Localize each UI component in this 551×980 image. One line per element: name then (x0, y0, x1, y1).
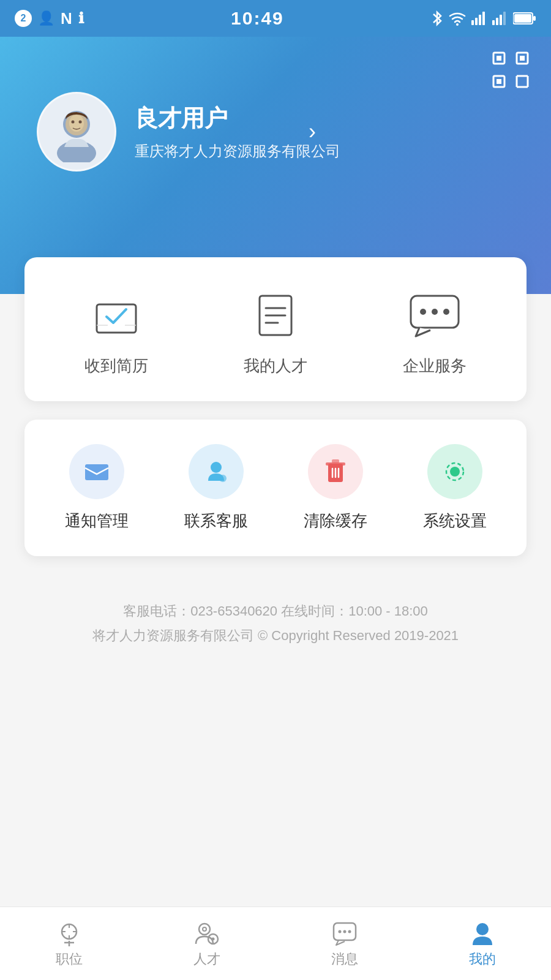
bottom-nav: 职位 人才 消息 (0, 907, 551, 980)
svg-point-58 (203, 927, 206, 931)
svg-point-27 (79, 121, 82, 124)
quick-item-clear[interactable]: 清除缓存 (276, 444, 395, 532)
service-label-enterprise: 企业服务 (403, 355, 467, 377)
main-content: 收到简历 我的人才 (0, 257, 551, 745)
svg-rect-16 (520, 56, 525, 61)
profile-arrow[interactable]: › (309, 119, 316, 145)
settings-circle (427, 444, 482, 499)
svg-point-38 (443, 309, 449, 315)
nav-label-jobs: 职位 (56, 950, 83, 968)
svg-point-40 (211, 462, 222, 473)
svg-point-36 (420, 309, 426, 315)
profile-section[interactable]: 良才用户 重庆将才人力资源服务有限公司 › (37, 92, 340, 172)
footer-line2: 将才人力资源服务有限公司 © Copyright Reserved 2019-2… (37, 624, 514, 648)
svg-rect-7 (500, 15, 502, 25)
nav-item-talent[interactable]: 人才 (138, 913, 276, 974)
status-icon-n: N (61, 9, 72, 28)
bluetooth-icon (431, 10, 443, 27)
talent-icon (245, 288, 306, 343)
nav-item-mine[interactable]: 我的 (413, 913, 551, 974)
status-time: 10:49 (231, 8, 284, 29)
svg-point-26 (72, 121, 75, 124)
svg-rect-39 (85, 464, 108, 480)
footer-line1: 客服电话：023-65340620 在线时间：10:00 - 18:00 (37, 599, 514, 624)
svg-point-48 (450, 467, 460, 477)
quick-card: 通知管理 联系客服 (24, 420, 527, 556)
svg-point-63 (343, 930, 346, 933)
svg-rect-8 (503, 12, 506, 25)
resume-icon (86, 288, 147, 343)
quick-label-notify: 通知管理 (65, 510, 129, 532)
quick-row: 通知管理 联系客服 (24, 420, 527, 556)
messages-icon (331, 919, 358, 946)
nav-label-mine: 我的 (469, 950, 496, 968)
service-item-enterprise[interactable]: 企业服务 (355, 288, 514, 377)
svg-rect-11 (533, 16, 536, 21)
status-bar-right (431, 10, 536, 27)
service-label-resume: 收到简历 (84, 355, 148, 377)
service-label-talent: 我的人才 (244, 355, 307, 377)
svg-point-62 (338, 930, 341, 933)
svg-point-37 (432, 309, 438, 315)
mine-icon (469, 919, 496, 946)
svg-point-0 (456, 23, 459, 26)
svg-rect-4 (482, 12, 485, 25)
notification-badge: 2 (15, 10, 32, 27)
svg-rect-17 (497, 79, 501, 84)
quick-label-clear: 清除缓存 (304, 510, 367, 532)
status-icon-user: 👤 (38, 10, 54, 26)
footer-info: 客服电话：023-65340620 在线时间：10:00 - 18:00 将才人… (24, 575, 527, 666)
status-bar: 2 👤 N ℹ 10:49 (0, 0, 551, 37)
talent-nav-icon (193, 919, 220, 946)
quick-item-contact[interactable]: 联系客服 (156, 444, 276, 532)
svg-point-57 (199, 924, 210, 935)
service-item-talent[interactable]: 我的人才 (196, 288, 355, 377)
svg-point-60 (211, 937, 214, 940)
svg-rect-5 (492, 20, 495, 25)
quick-item-notify[interactable]: 通知管理 (37, 444, 156, 532)
service-item-resume[interactable]: 收到简历 (37, 288, 196, 377)
svg-rect-6 (496, 18, 498, 25)
service-row: 收到简历 我的人才 (24, 257, 527, 401)
contact-circle (189, 444, 244, 499)
svg-rect-10 (514, 14, 531, 23)
status-icon-alert: ℹ (78, 10, 84, 27)
nav-label-talent: 人才 (193, 950, 220, 968)
wifi-icon (448, 11, 467, 26)
avatar (37, 92, 116, 172)
svg-point-64 (348, 930, 351, 933)
battery-icon (513, 12, 536, 25)
jobs-icon (56, 919, 83, 946)
svg-rect-44 (332, 459, 339, 463)
svg-rect-1 (471, 20, 474, 25)
quick-item-settings[interactable]: 系统设置 (395, 444, 514, 532)
quick-label-settings: 系统设置 (423, 510, 487, 532)
nav-item-messages[interactable]: 消息 (276, 913, 413, 974)
svg-rect-3 (479, 15, 481, 25)
service-card: 收到简历 我的人才 (24, 257, 527, 401)
svg-point-65 (476, 923, 489, 935)
status-bar-left: 2 👤 N ℹ (15, 9, 84, 28)
header-area: 良才用户 重庆将才人力资源服务有限公司 › (0, 37, 551, 294)
nav-label-messages: 消息 (331, 950, 358, 968)
svg-point-41 (219, 475, 227, 482)
signal1-icon (471, 12, 487, 25)
notify-circle (69, 444, 124, 499)
clear-circle (308, 444, 363, 499)
nav-item-jobs[interactable]: 职位 (0, 913, 138, 974)
qr-scan-button[interactable] (492, 51, 529, 88)
enterprise-icon (404, 288, 465, 343)
svg-rect-15 (497, 56, 501, 61)
svg-rect-2 (475, 18, 478, 25)
signal2-icon (492, 12, 508, 25)
quick-label-contact: 联系客服 (184, 510, 248, 532)
